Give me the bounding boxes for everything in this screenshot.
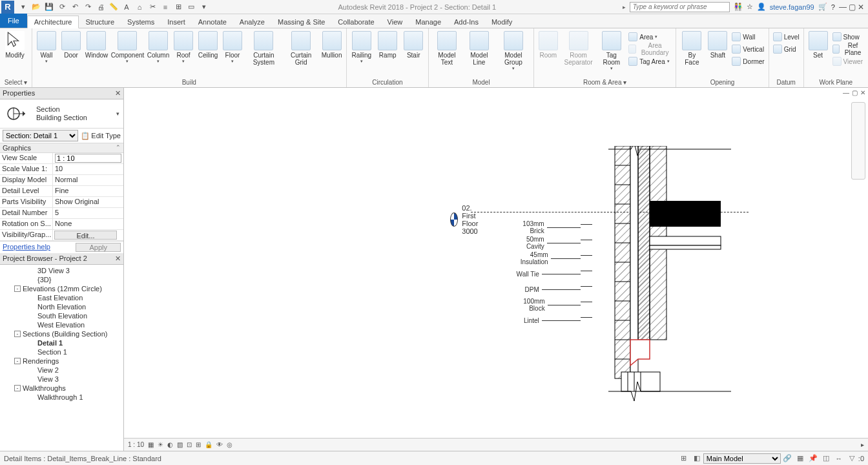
stair-button[interactable]: Stair bbox=[401, 30, 426, 60]
properties-help-link[interactable]: Properties help bbox=[3, 243, 50, 252]
railing-button[interactable]: Railing▾ bbox=[349, 30, 375, 65]
set-button[interactable]: Set bbox=[807, 30, 830, 60]
annotation[interactable]: 45mm Insulation bbox=[512, 251, 581, 266]
browser-close-icon[interactable]: ✕ bbox=[115, 254, 121, 263]
annotation[interactable]: 103mm Brick bbox=[512, 220, 581, 235]
file-tab[interactable]: File bbox=[0, 14, 27, 28]
model-group-button[interactable]: Model Group▾ bbox=[496, 30, 531, 72]
qat-open-icon[interactable]: ▾ bbox=[18, 2, 28, 12]
tab-collaborate[interactable]: Collaborate bbox=[331, 16, 380, 28]
grid-button[interactable]: Grid bbox=[772, 43, 801, 55]
property-value[interactable] bbox=[53, 153, 123, 163]
exchange-icon[interactable]: 🛒 bbox=[818, 3, 827, 11]
select-underlay-icon[interactable]: ▦ bbox=[795, 453, 805, 464]
tab-manage[interactable]: Manage bbox=[409, 16, 448, 28]
qat-thin-lines-icon[interactable]: ≡ bbox=[160, 2, 170, 12]
qat-close-inactive-icon[interactable]: ⊞ bbox=[173, 2, 183, 12]
area-button[interactable]: Area▾ bbox=[627, 31, 673, 43]
column-button[interactable]: Column▾ bbox=[146, 30, 170, 65]
select-pinned-icon[interactable]: 📌 bbox=[808, 453, 818, 464]
room-button[interactable]: Room bbox=[537, 30, 560, 60]
property-value[interactable]: Normal bbox=[53, 175, 123, 185]
view-window-controls[interactable]: — ▢ ✕ bbox=[843, 89, 865, 96]
type-selector[interactable]: Section Building Section ▾ bbox=[0, 99, 123, 129]
wall-opening-button[interactable]: Wall bbox=[730, 31, 765, 43]
annotation[interactable]: 50mm Cavity bbox=[512, 235, 581, 251]
shadows-icon[interactable]: ▧ bbox=[177, 441, 183, 448]
user-name[interactable]: steve.fagan99 bbox=[770, 3, 814, 11]
tag-room-button[interactable]: Tag Room▾ bbox=[597, 30, 626, 72]
door-button[interactable]: Door bbox=[59, 30, 83, 60]
properties-close-icon[interactable]: ✕ bbox=[115, 89, 121, 98]
tree-node[interactable]: -Elevations (12mm Circle) bbox=[3, 284, 123, 293]
collapse-icon[interactable]: ⌃ bbox=[116, 144, 121, 152]
sun-path-icon[interactable]: ◐ bbox=[167, 441, 173, 448]
tree-node[interactable]: West Elevation bbox=[3, 320, 123, 329]
apply-button[interactable]: Apply bbox=[76, 243, 121, 252]
ref-plane-button[interactable]: Ref Plane bbox=[831, 43, 865, 55]
navigation-bar[interactable] bbox=[851, 102, 865, 180]
detail-level-icon[interactable]: ▦ bbox=[148, 441, 154, 448]
edit-type-button[interactable]: 📋Edit Type bbox=[81, 130, 121, 141]
expand-icon[interactable]: - bbox=[14, 331, 21, 337]
property-value[interactable]: Fine bbox=[53, 186, 123, 196]
curtain-grid-button[interactable]: Curtain Grid bbox=[284, 30, 319, 67]
tab-addins[interactable]: Add-Ins bbox=[448, 16, 485, 28]
group-room-area-label[interactable]: Room & Area ▾ bbox=[537, 78, 674, 87]
tab-insert[interactable]: Insert bbox=[161, 16, 192, 28]
by-face-button[interactable]: By Face bbox=[679, 30, 705, 67]
expand-icon[interactable]: - bbox=[14, 358, 21, 364]
floor-button[interactable]: Floor▾ bbox=[221, 30, 244, 65]
design-options-select[interactable]: Main Model bbox=[703, 453, 781, 464]
maximize-button[interactable]: ▢ bbox=[849, 3, 856, 12]
close-button[interactable]: ✕ bbox=[858, 3, 864, 12]
properties-category[interactable]: Graphics ⌃ bbox=[0, 143, 123, 153]
qat-print-icon[interactable]: 🖨 bbox=[96, 2, 106, 12]
tab-annotate[interactable]: Annotate bbox=[192, 16, 233, 28]
editable-only-icon[interactable]: ◧ bbox=[692, 453, 702, 464]
qat-section-icon[interactable]: ✂ bbox=[147, 2, 158, 12]
qat-3d-icon[interactable]: ⌂ bbox=[134, 2, 145, 12]
sign-in-icon[interactable]: 👤 bbox=[757, 3, 766, 11]
qat-save-icon[interactable]: 💾 bbox=[44, 2, 54, 12]
infocenter-arrow-icon[interactable]: ▸ bbox=[623, 4, 626, 10]
wall-button[interactable]: Wall▾ bbox=[35, 30, 58, 65]
select-links-icon[interactable]: 🔗 bbox=[782, 453, 792, 464]
level-button[interactable]: Level bbox=[772, 31, 801, 43]
property-value[interactable]: Edit... bbox=[54, 231, 117, 240]
help-icon[interactable]: ? bbox=[831, 3, 835, 11]
drag-elements-icon[interactable]: ↔ bbox=[834, 453, 844, 464]
tab-view[interactable]: View bbox=[381, 16, 409, 28]
curtain-system-button[interactable]: Curtain System bbox=[245, 30, 282, 67]
group-select-label[interactable]: Select ▾ bbox=[3, 78, 29, 87]
tree-node[interactable]: East Elevation bbox=[3, 293, 123, 302]
keyshot-icon[interactable]: ☆ bbox=[747, 3, 753, 11]
show-button[interactable]: Show bbox=[831, 31, 865, 43]
room-separator-button[interactable]: Room Separator bbox=[561, 30, 595, 67]
qat-switch-win-icon[interactable]: ▭ bbox=[186, 2, 196, 12]
tab-architecture[interactable]: Architecture bbox=[27, 16, 79, 28]
view-max-icon[interactable]: ▢ bbox=[852, 89, 858, 96]
model-text-button[interactable]: Model Text bbox=[431, 30, 462, 67]
tree-node[interactable]: Detail 1 bbox=[3, 338, 123, 347]
search-icon[interactable]: 👫 bbox=[734, 3, 743, 11]
modify-button[interactable]: Modify bbox=[3, 30, 27, 60]
tree-node[interactable]: -Walkthroughs bbox=[3, 384, 123, 393]
expand-icon[interactable]: - bbox=[14, 285, 21, 292]
viewer-button[interactable]: Viewer bbox=[831, 56, 865, 67]
property-value[interactable]: Show Original bbox=[53, 197, 123, 207]
visual-style-icon[interactable]: ☀ bbox=[158, 441, 163, 448]
property-value[interactable]: 10 bbox=[53, 164, 123, 174]
qat-redo-icon[interactable]: ↷ bbox=[83, 2, 93, 12]
tree-node[interactable]: -Sections (Building Section) bbox=[3, 329, 123, 338]
mullion-button[interactable]: Mullion bbox=[320, 30, 344, 60]
view-min-icon[interactable]: — bbox=[843, 89, 849, 96]
scale-button[interactable]: 1 : 10 bbox=[128, 441, 144, 448]
instance-select[interactable]: Section: Detail 1 bbox=[3, 130, 78, 141]
drawing-canvas[interactable]: — ▢ ✕ 02. First Floor 3000 103mm Brick50… bbox=[124, 88, 868, 451]
qat-dropdown-icon[interactable]: ▾ bbox=[199, 2, 209, 12]
ceiling-button[interactable]: Ceiling bbox=[196, 30, 220, 60]
tree-node[interactable]: 3D View 3 bbox=[3, 266, 123, 275]
filter-icon[interactable]: ▽ bbox=[847, 453, 857, 464]
crop-view-icon[interactable]: ⊡ bbox=[187, 441, 192, 448]
